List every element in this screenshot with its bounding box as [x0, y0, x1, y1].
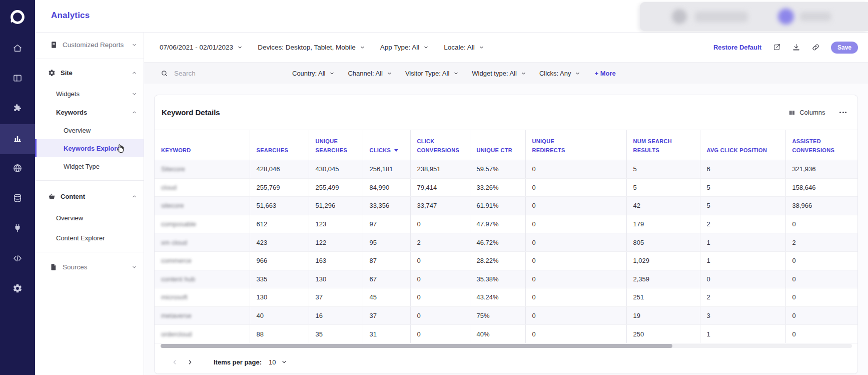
code-icon	[13, 253, 23, 265]
app-type-filter[interactable]: App Type: All	[380, 44, 429, 51]
items-per-page-value[interactable]: 10	[269, 358, 276, 366]
table-row[interactable]: microsoft1303745043.24%025120	[155, 288, 858, 307]
sidebar-item-extensions[interactable]	[0, 94, 35, 124]
table-row[interactable]: Sitecore428,046430,045256,181238,95159.5…	[155, 160, 858, 179]
table-row[interactable]: sitecore51,66351,29633,35633,74761.91%04…	[155, 197, 858, 215]
column-header-unique-searches[interactable]: UNIQUESEARCHES	[309, 130, 363, 160]
sidebar-item-content[interactable]: Content	[35, 185, 144, 208]
column-header-keyword[interactable]: KEYWORD	[155, 130, 250, 160]
metric-cell: 1,029	[626, 251, 700, 270]
metric-cell: 179	[626, 215, 700, 233]
more-options-icon[interactable]	[837, 110, 848, 115]
metric-cell: 51,663	[250, 197, 309, 215]
metric-cell: 321,936	[785, 160, 858, 179]
blurred-org-name	[695, 12, 748, 22]
table-row[interactable]: ordercloud883531040%025010	[155, 325, 858, 343]
sitecore-logo[interactable]	[0, 0, 35, 34]
sidebar-item-keywords-explorer[interactable]: Keywords Explorer	[35, 139, 144, 157]
sidebar-item-keywords[interactable]: Keywords	[35, 103, 144, 121]
table-row[interactable]: cloud255,769255,49984,99079,41433.26%055…	[155, 178, 858, 197]
column-header-num-search-results[interactable]: NUM SEARCHRESULTS	[626, 130, 700, 160]
sidebar-item-widgets[interactable]: Widgets	[35, 84, 144, 103]
next-page-button[interactable]	[184, 356, 196, 368]
link-button[interactable]	[811, 43, 820, 52]
app-type-filter-label: App Type: All	[380, 44, 420, 51]
columns-icon	[788, 109, 795, 116]
visitor-type-filter[interactable]: Visitor Type: All	[405, 70, 459, 77]
sidebar-item-widget-type[interactable]: Widget Type	[35, 157, 144, 175]
search-input[interactable]	[173, 69, 250, 78]
devices-filter[interactable]: Devices: Desktop, Tablet, Mobile	[258, 44, 365, 51]
sidebar-item-home[interactable]	[0, 34, 35, 64]
sidebar-item-settings[interactable]	[0, 274, 35, 304]
sidebar-item-domains[interactable]	[0, 154, 35, 184]
clicks-filter[interactable]: Clicks: Any	[539, 70, 581, 77]
sidebar-item-customized-reports[interactable]: Customized Reports	[35, 33, 144, 57]
chevron-down-icon	[575, 71, 580, 76]
metric-cell: 0	[410, 288, 470, 307]
sidebar-item-analytics[interactable]	[0, 124, 35, 154]
sidebar-item-dashboard[interactable]	[0, 64, 35, 94]
previous-page-button[interactable]	[169, 356, 181, 368]
gear-icon	[13, 283, 23, 295]
chevron-down-icon	[360, 45, 365, 50]
page: Analytics Customized ReportsSiteWidgetsK…	[35, 0, 868, 375]
sidebar-item-developer[interactable]	[0, 244, 35, 274]
column-header-avg-click-position[interactable]: AVG CLICK POSITION	[700, 130, 785, 160]
sidebar-item-keywords-overview[interactable]: Overview	[35, 121, 144, 139]
metric-cell: 5	[700, 197, 785, 215]
sidebar-item-sources[interactable]: Sources	[35, 255, 144, 278]
sidebar-item-label: Site	[61, 69, 73, 77]
table-row[interactable]: metaverse401637075%01930	[155, 306, 858, 325]
column-header-click-conversions[interactable]: CLICKCONVERSIONS	[410, 130, 470, 160]
chevron-down-icon	[423, 45, 429, 50]
country-filter-label: Country: All	[292, 70, 325, 77]
column-header-clicks[interactable]: CLICKS	[363, 130, 410, 160]
filter-bar: Country: AllChannel: AllVisitor Type: Al…	[144, 62, 868, 84]
column-header-unique-ctr[interactable]: UNIQUE CTR	[470, 130, 525, 160]
table-row[interactable]: composable61212397047.97%017920	[155, 215, 858, 233]
column-header-searches[interactable]: SEARCHES	[250, 130, 309, 160]
sidebar-item-data[interactable]	[0, 184, 35, 214]
share-button[interactable]	[772, 43, 781, 52]
blurred-user-name	[800, 12, 831, 21]
metric-cell: 130	[309, 270, 363, 288]
metric-cell: 5	[700, 178, 785, 197]
metric-cell: 47.97%	[470, 215, 525, 233]
save-button[interactable]: Save	[831, 42, 858, 54]
sidebar-item-site[interactable]: Site	[35, 61, 144, 84]
keyword-text-blurred: Sitecore	[161, 165, 185, 173]
sidebar-item-content-overview[interactable]: Overview	[35, 208, 144, 228]
nav-divider	[35, 252, 144, 252]
restore-default-link[interactable]: Restore Default	[713, 44, 761, 51]
table-row[interactable]: xm cloud42312295246.72%080512	[155, 233, 858, 252]
column-header-unique-redirects[interactable]: UNIQUEREDIRECTS	[525, 130, 626, 160]
metric-cell: 61.91%	[470, 197, 525, 215]
download-button[interactable]	[792, 43, 800, 52]
date-range-filter[interactable]: 07/06/2021 - 02/01/2023	[160, 44, 243, 51]
sidebar-item-content-explorer[interactable]: Content Explorer	[35, 228, 144, 248]
table-row[interactable]: commerce96616387028.22%01,02910	[155, 251, 858, 270]
keyword-cell: microsoft	[155, 288, 250, 307]
metric-cell: 423	[250, 233, 309, 252]
channel-filter[interactable]: Channel: All	[348, 70, 392, 77]
sidebar-item-connectors[interactable]	[0, 214, 35, 244]
metric-cell: 163	[309, 251, 363, 270]
report-icon	[50, 41, 58, 49]
widget-type-filter[interactable]: Widget type: All	[472, 70, 526, 77]
table-row[interactable]: content hub33513067035.38%02,35900	[155, 270, 858, 288]
link-icon	[811, 43, 820, 52]
scrollbar-thumb[interactable]	[161, 344, 672, 348]
chevron-down-icon	[387, 71, 392, 76]
metric-cell: 37	[309, 288, 363, 307]
header-line: CONVERSIONS	[792, 146, 853, 155]
locale-filter[interactable]: Locale: All	[444, 44, 484, 51]
more-filters-link[interactable]: + More	[594, 70, 615, 77]
columns-button[interactable]: Columns	[788, 109, 825, 116]
column-header-assisted-conversions[interactable]: ASSISTEDCONVERSIONS	[785, 130, 858, 160]
country-filter[interactable]: Country: All	[292, 70, 335, 77]
items-per-page-chevron-down-icon[interactable]	[281, 359, 287, 365]
card-header: Keyword Details Columns	[155, 95, 857, 130]
metric-cell: 97	[363, 215, 410, 233]
metric-cell: 255,769	[250, 178, 309, 197]
